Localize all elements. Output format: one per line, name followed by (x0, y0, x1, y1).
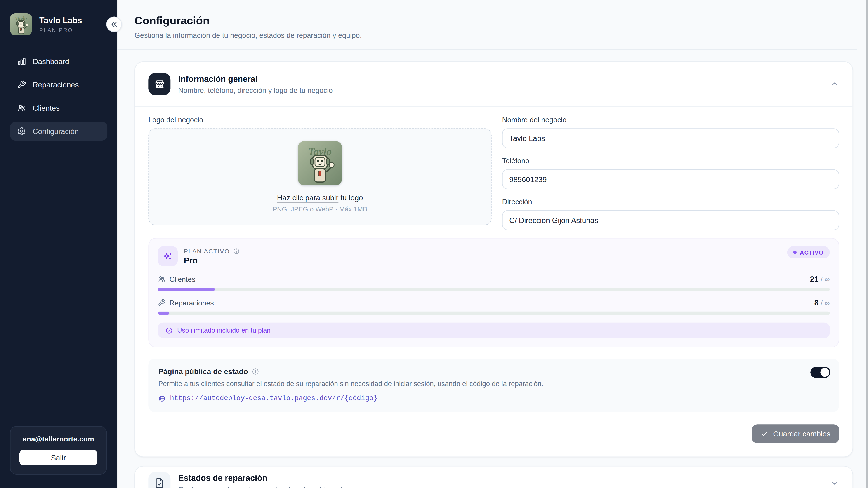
card-subtitle: Nombre, teléfono, dirección y logo de tu… (178, 86, 333, 94)
usage-row-clientes: Clientes 21 / ∞ (158, 274, 830, 291)
brand-logo-image: Tavlo (10, 13, 32, 35)
public-page-description: Permite a tus clientes consultar el esta… (158, 380, 829, 388)
status-dot (793, 251, 797, 254)
repair-states-card: Estados de reparación Configura estados,… (134, 466, 853, 488)
logo-label: Logo del negocio (148, 116, 491, 125)
card-title: Estados de reparación (178, 473, 348, 482)
tools-icon (17, 80, 26, 89)
globe-icon (158, 395, 165, 402)
progress-track (158, 288, 830, 291)
info-icon (252, 368, 259, 375)
vertical-scrollbar[interactable] (866, 0, 868, 488)
address-field[interactable] (502, 210, 839, 230)
chevron-up-icon (830, 80, 839, 89)
business-name-field[interactable] (502, 128, 839, 148)
logo-column: Logo del negocio Tavlo (148, 116, 491, 230)
brand-name: Tavlo Labs (39, 15, 82, 26)
tools-icon (158, 299, 165, 306)
plan-heading: PLAN ACTIVO Pro (184, 248, 240, 265)
page-title: Configuración (134, 14, 844, 27)
info-icon (233, 248, 240, 254)
main-content: Configuración Gestiona la información de… (117, 0, 868, 488)
usage-value: 21 / ∞ (810, 274, 830, 283)
fields-column: Nombre del negocio Teléfono Dirección (502, 116, 839, 230)
card-title: Información general (178, 74, 333, 84)
general-info-card: Información general Nombre, teléfono, di… (134, 61, 853, 457)
plan-status-badge: ACTIVO (787, 246, 830, 258)
sidebar-item-label: Configuración (33, 127, 79, 135)
plan-name: Pro (184, 255, 240, 265)
public-page-title: Página pública de estado (158, 367, 248, 376)
user-box: ana@tallernorte.com Salir (10, 426, 107, 475)
check-circle-icon (165, 327, 173, 334)
public-page-toggle[interactable] (810, 367, 830, 378)
gear-icon (17, 127, 26, 135)
plan-panel: PLAN ACTIVO Pro ACTIVO (148, 238, 839, 348)
plan-note: Uso ilimitado incluido en tu plan (158, 323, 830, 338)
progress-track (158, 312, 830, 315)
user-email: ana@tallernorte.com (20, 435, 97, 443)
sidebar-item-dashboard[interactable]: Dashboard (10, 52, 107, 71)
sidebar-item-label: Dashboard (33, 57, 69, 66)
check-icon (761, 430, 768, 437)
page-header: Configuración Gestiona la información de… (117, 0, 857, 50)
double-chevron-left-icon (110, 21, 118, 28)
file-check-icon (148, 472, 170, 488)
usage-value: 8 / ∞ (814, 298, 830, 307)
public-page-url-row: https://autodeploy-desa.tavlo.pages.dev/… (158, 394, 829, 402)
users-icon (17, 103, 26, 112)
upload-instruction: Haz clic para subir tu logo (277, 193, 363, 202)
business-name-label: Nombre del negocio (502, 116, 839, 125)
general-info-card-heading: Información general Nombre, teléfono, di… (178, 74, 333, 94)
expand-section-button[interactable] (830, 479, 839, 487)
usage-label: Clientes (169, 275, 195, 283)
bar-chart-icon (17, 57, 26, 66)
sidebar: Tavlo Tavlo Labs PLAN PRO (0, 0, 117, 488)
sidebar-item-clientes[interactable]: Clientes (10, 98, 107, 117)
brand: Tavlo Tavlo Labs PLAN PRO (0, 0, 117, 35)
sidebar-nav: Dashboard Reparaciones Clientes (0, 52, 117, 140)
general-info-card-body: Logo del negocio Tavlo (135, 107, 852, 457)
sidebar-item-label: Reparaciones (33, 80, 79, 89)
phone-label: Teléfono (502, 157, 839, 165)
plan-header: PLAN ACTIVO Pro ACTIVO (158, 246, 830, 266)
users-icon (158, 275, 165, 283)
phone-field[interactable] (502, 169, 839, 189)
public-page-url[interactable]: https://autodeploy-desa.tavlo.pages.dev/… (170, 394, 378, 402)
repair-states-card-header[interactable]: Estados de reparación Configura estados,… (135, 466, 852, 488)
business-logo-image: Tavlo (298, 141, 342, 185)
usage-label: Reparaciones (169, 298, 214, 307)
brand-plan-badge: PLAN PRO (39, 27, 82, 33)
repair-states-heading: Estados de reparación Configura estados,… (178, 473, 348, 488)
logo-upload-dropzone[interactable]: Tavlo (148, 128, 491, 225)
collapse-section-button[interactable] (830, 80, 839, 89)
toggle-knob (820, 368, 829, 377)
chevron-down-icon (830, 479, 839, 487)
upload-hint: PNG, JPEG o WebP · Máx 1MB (273, 205, 367, 213)
logout-button[interactable]: Salir (20, 450, 97, 465)
progress-fill (158, 288, 215, 291)
settings-content: Información general Nombre, teléfono, di… (117, 50, 868, 488)
card-subtitle: Configura estados, colores y plantillas … (178, 485, 348, 488)
storefront-icon (148, 73, 170, 95)
sparkles-icon (158, 246, 178, 266)
sidebar-item-label: Clientes (33, 104, 59, 112)
sidebar-item-reparaciones[interactable]: Reparaciones (10, 75, 107, 94)
page-subtitle: Gestiona la información de tu negocio, e… (134, 31, 844, 39)
general-info-card-header: Información general Nombre, teléfono, di… (135, 62, 852, 106)
plan-label: PLAN ACTIVO (184, 248, 230, 254)
save-row: Guardar cambios (148, 424, 839, 443)
sidebar-item-configuracion[interactable]: Configuración (10, 122, 107, 140)
app-window: Tavlo Tavlo Labs PLAN PRO (0, 0, 868, 488)
address-label: Dirección (502, 197, 839, 206)
usage-row-reparaciones: Reparaciones 8 / ∞ (158, 298, 830, 315)
public-page-panel: Página pública de estado Permite a tus c… (148, 359, 839, 412)
brand-text: Tavlo Labs PLAN PRO (39, 15, 82, 33)
sidebar-collapse-button[interactable] (106, 17, 122, 32)
progress-fill (158, 312, 169, 315)
save-button[interactable]: Guardar cambios (752, 424, 839, 443)
